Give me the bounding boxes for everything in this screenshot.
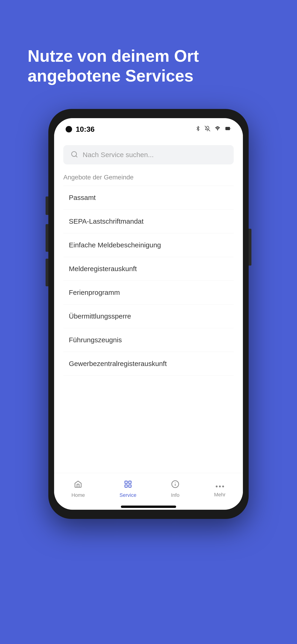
list-item[interactable]: SEPA-Lastschriftmandat: [63, 210, 234, 233]
phone-screen: 10:36: [54, 118, 243, 510]
list-item[interactable]: Führungszeugnis: [63, 328, 234, 352]
hero-title: Nutze von deinem Ort angebotene Services: [28, 46, 235, 86]
info-icon: [171, 480, 179, 490]
nav-item-home[interactable]: Home: [64, 478, 92, 500]
svg-point-1: [217, 130, 218, 130]
phone-frame: 10:36: [48, 109, 249, 519]
search-placeholder: Nach Service suchen...: [83, 151, 154, 159]
bell-off-icon: [205, 125, 210, 133]
wifi-icon: [214, 126, 221, 133]
status-bar: 10:36: [54, 118, 243, 136]
app-content: Nach Service suchen... Angebote der Geme…: [54, 136, 243, 473]
search-bar[interactable]: Nach Service suchen...: [63, 145, 234, 164]
list-item[interactable]: Übermittlungssperre: [63, 304, 234, 328]
list-item[interactable]: Passamt: [63, 186, 234, 210]
svg-line-6: [76, 156, 77, 157]
time-display: 10:36: [76, 125, 95, 134]
svg-rect-4: [226, 128, 229, 130]
svg-rect-9: [125, 485, 127, 488]
status-time: 10:36: [66, 125, 95, 134]
section-title: Angebote der Gemeinde: [63, 174, 234, 181]
list-item[interactable]: Gewerbezentralregisterauskunft: [63, 352, 234, 376]
svg-rect-7: [125, 481, 127, 484]
power-button: [249, 229, 252, 266]
volume-down-button: [46, 259, 48, 286]
battery-icon: [225, 126, 232, 133]
list-item[interactable]: Einfache Meldebescheinigung: [63, 233, 234, 257]
service-list: Passamt SEPA-Lastschriftmandat Einfache …: [63, 186, 234, 473]
nav-label-home: Home: [71, 492, 85, 498]
svg-line-0: [205, 126, 210, 131]
nav-item-mehr[interactable]: Mehr: [207, 478, 232, 500]
svg-rect-10: [129, 485, 131, 488]
bottom-nav: Home Service: [54, 473, 243, 503]
svg-point-15: [219, 486, 221, 488]
nav-item-info[interactable]: Info: [164, 478, 186, 500]
home-indicator: [121, 506, 176, 508]
svg-rect-8: [129, 481, 131, 484]
camera-dot: [66, 126, 72, 132]
volume-up-button: [46, 224, 48, 252]
nav-label-info: Info: [171, 492, 180, 498]
grid-icon: [124, 480, 132, 490]
home-icon: [74, 480, 82, 490]
nav-label-service: Service: [120, 492, 136, 498]
list-item[interactable]: Ferienprogramm: [63, 281, 234, 304]
svg-point-14: [216, 486, 218, 488]
page-wrapper: Nutze von deinem Ort angebotene Services…: [0, 0, 297, 644]
list-item[interactable]: Melderegisterauskunft: [63, 257, 234, 281]
search-icon: [71, 151, 78, 159]
svg-point-16: [222, 486, 224, 488]
nav-item-service[interactable]: Service: [112, 478, 143, 500]
bluetooth-icon: [196, 125, 200, 133]
more-icon: [216, 480, 224, 490]
nav-label-mehr: Mehr: [214, 492, 226, 498]
status-icons: [196, 125, 232, 133]
